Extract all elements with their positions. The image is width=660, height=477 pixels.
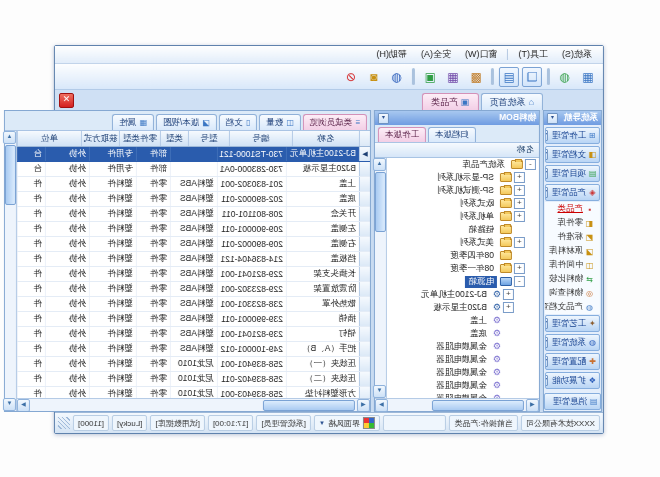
- bom-column-header[interactable]: 名称: [375, 143, 539, 158]
- toolbar-button-icon[interactable]: ▦: [443, 67, 463, 87]
- document-tab[interactable]: ▣ 产品类: [422, 93, 479, 110]
- chevron-down-icon[interactable]: ▾: [545, 318, 548, 329]
- scroll-thumb[interactable]: [5, 145, 16, 205]
- chevron-down-icon[interactable]: ▾: [545, 356, 548, 367]
- bom-vertical-scrollbar[interactable]: ▲ ▼: [375, 158, 387, 398]
- scroll-thumb[interactable]: [263, 400, 355, 411]
- tree-expander-icon[interactable]: +: [514, 237, 525, 248]
- chevron-down-icon[interactable]: ▾: [545, 337, 548, 348]
- toolbar-button-icon[interactable]: ◙: [364, 67, 384, 87]
- toolbar-button-icon[interactable]: [547, 68, 550, 85]
- toolbar-button-icon[interactable]: ▣: [420, 67, 440, 87]
- tree-node[interactable]: 链路箱: [387, 223, 539, 236]
- chevron-down-icon[interactable]: ▾: [545, 168, 548, 179]
- grid-vertical-scrollbar[interactable]: ▲ ▼: [5, 131, 17, 411]
- tree-node[interactable]: + SP-显示机系列: [387, 171, 539, 184]
- sidebar-entry[interactable]: ◍ 系统管理 ▾: [545, 334, 600, 351]
- tree-node[interactable]: - 电源箱: [387, 275, 539, 288]
- sidebar-entry[interactable]: ❖ 扩展功能 ▾: [545, 372, 600, 389]
- tree-node[interactable]: + SP-测试机系列: [387, 184, 539, 197]
- tree-node[interactable]: ⚙ 上盖: [387, 314, 539, 327]
- tree-node[interactable]: + ⚙ BJ20主显示板: [387, 301, 539, 314]
- table-row[interactable]: 挡板盖 214-836404-121 塑料ABS 零件 塑料件 外协 件: [17, 252, 370, 267]
- tree-node[interactable]: + 08年一季度: [387, 262, 539, 275]
- menu-item[interactable]: 帮助(H): [370, 47, 415, 62]
- tree-node[interactable]: ⚙ 金属膜电阻器: [387, 366, 539, 379]
- toolbar-button-icon[interactable]: ❏: [522, 67, 542, 87]
- scroll-left-icon[interactable]: ◀: [526, 399, 539, 412]
- table-row[interactable]: 上盖 201-830302-001 塑料ABS 零件 塑料件 外协 件: [17, 177, 370, 192]
- ui-style-dropdown[interactable]: 界面风格 ▼: [314, 415, 380, 431]
- scroll-left-icon[interactable]: ◀: [357, 399, 370, 411]
- grid-header-model[interactable]: 型号: [188, 131, 229, 146]
- sidebar-entry[interactable]: ✚ 配置管理 ▾: [545, 353, 600, 370]
- scroll-up-icon[interactable]: ▲: [373, 158, 386, 171]
- table-row[interactable]: 插销 239-990001-011 塑料ABS 零件 塑料件 外协 件: [17, 312, 370, 327]
- tree-expander-icon[interactable]: -: [525, 159, 536, 170]
- chevron-down-icon[interactable]: ▾: [545, 375, 548, 386]
- sidebar-entry[interactable]: ◧ 零件库: [545, 216, 600, 230]
- sidebar-entry[interactable]: ◎ 物料查询: [545, 286, 600, 300]
- toolbar-button-icon[interactable]: [491, 68, 494, 85]
- table-row[interactable]: 防震放置架 229-823302-001 塑料ABS 零件 塑料件 外协 件: [17, 282, 370, 297]
- toolbar-button-icon[interactable]: [412, 68, 415, 85]
- chevron-down-icon[interactable]: ▾: [547, 113, 558, 124]
- close-tab-icon[interactable]: ✕: [59, 93, 74, 108]
- chevron-down-icon[interactable]: ▾: [545, 187, 548, 198]
- tree-expander-icon[interactable]: +: [514, 185, 525, 196]
- table-row[interactable]: 长插头支架 229-821041-001 塑料ABS 零件 塑料件 外协 件: [17, 267, 370, 282]
- sidebar-entry[interactable]: ◫ 中间件库: [545, 258, 600, 272]
- tree-node[interactable]: + 单机系列: [387, 210, 539, 223]
- tree-expander-icon[interactable]: +: [514, 172, 525, 183]
- menu-item[interactable]: 工具(T): [512, 47, 556, 62]
- tree-node[interactable]: - 系统产品库: [387, 158, 539, 171]
- table-row[interactable]: 右侧盖 209-890002-011 塑料ABS 零件 塑料件 外协 件: [17, 237, 370, 252]
- bom-version-tab[interactable]: 归档版本: [428, 127, 476, 142]
- toolbar-button-icon[interactable]: ⊘: [341, 67, 361, 87]
- table-row[interactable]: 销钉 239-821041-001 塑料ABS 零件 塑料件 外协 件: [17, 327, 370, 342]
- sidebar-entry[interactable]: ▪ 产品类: [545, 202, 600, 216]
- table-row[interactable]: 方形塑料衬垫 258-839403-001 尼龙1010 零件 塑料件 外协 件: [17, 387, 370, 398]
- sidebar-entry[interactable]: ◩ 标准件: [545, 230, 600, 244]
- tree-node[interactable]: + 美式系列: [387, 236, 539, 249]
- grid-header-type[interactable]: 类型: [160, 131, 188, 146]
- bom-version-tab[interactable]: 工作版本: [378, 127, 426, 142]
- grid-horizontal-scrollbar[interactable]: ◀ ▶: [17, 398, 370, 411]
- table-row[interactable]: 压线夹（一） 258-839401-001 尼龙1010 零件 塑料件 外协 件: [17, 357, 370, 372]
- tree-node[interactable]: ⚙ 金属膜电阻器: [387, 340, 539, 353]
- tree-expander-icon[interactable]: +: [514, 198, 525, 209]
- toolbar-button-icon[interactable]: ◍: [387, 67, 407, 87]
- table-row[interactable]: BJ20主显示板 730-283000-0A1 部件 专用件 外协 台: [17, 162, 370, 177]
- grid-header-unit[interactable]: 单位: [17, 131, 81, 146]
- sidebar-entry[interactable]: ✦ 工艺管理 ▾: [545, 315, 600, 332]
- sidebar-entry[interactable]: ▤ 项目管理 ▾: [545, 165, 600, 182]
- scroll-up-icon[interactable]: ▲: [3, 131, 16, 144]
- menu-item[interactable]: 窗口(W): [458, 47, 505, 62]
- scroll-thumb[interactable]: [375, 172, 386, 232]
- scroll-thumb[interactable]: [432, 400, 524, 411]
- chevron-down-icon[interactable]: ▾: [545, 149, 548, 160]
- toolbar-button-icon[interactable]: ▦: [578, 67, 598, 87]
- scroll-right-icon[interactable]: ▶: [17, 399, 30, 411]
- chevron-down-icon[interactable]: ▾: [545, 130, 548, 141]
- tree-node[interactable]: + ⚙ BJ-2100主机单元: [387, 288, 539, 301]
- document-tab[interactable]: ⌂ 系统首页: [481, 93, 543, 110]
- resize-grip[interactable]: [58, 417, 70, 429]
- table-row[interactable]: ▶ BJ-2100主机单元 730-TS1000-121 部件 专用件 外协 台: [17, 147, 370, 162]
- toolbar-button-icon[interactable]: ◍: [555, 67, 575, 87]
- tree-expander-icon[interactable]: +: [503, 302, 514, 313]
- sidebar-entry[interactable]: ◈ 产品管理 ▾: [545, 184, 600, 201]
- menu-item[interactable]: 安全(A): [414, 47, 458, 62]
- tree-node[interactable]: ⚙ 底盖: [387, 327, 539, 340]
- table-row[interactable]: 底盖 202-890002-011 塑料ABS 零件 塑料件 外协 件: [17, 192, 370, 207]
- member-view-tab[interactable]: ▯ 文档: [219, 114, 257, 130]
- tree-expander-icon[interactable]: +: [514, 211, 525, 222]
- member-view-tab[interactable]: ◫ 数量: [259, 114, 301, 130]
- sidebar-entry[interactable]: ⇄ 物料比较: [545, 272, 600, 286]
- sidebar-entry[interactable]: ◍ 产品文档查询: [545, 300, 600, 314]
- grid-header-name[interactable]: 名称: [292, 131, 359, 146]
- table-row[interactable]: 把手（A、B） 249-100001-012 塑料ABS 零件 塑料件 外协 件: [17, 342, 370, 357]
- grid-header-method[interactable]: 获取方式: [81, 131, 119, 146]
- tree-node[interactable]: ⚙ 金属膜电阻器: [387, 353, 539, 366]
- tree-expander-icon[interactable]: +: [503, 289, 514, 300]
